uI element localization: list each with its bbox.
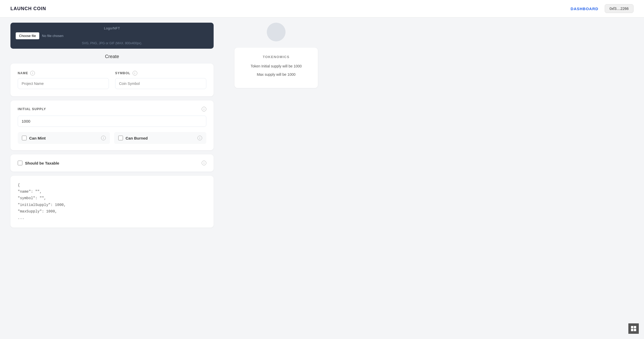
tokenomics-max-supply: Max supply will be 1000 [241, 72, 312, 77]
name-label-row: NAME i [18, 71, 109, 76]
name-label: NAME [18, 71, 28, 75]
supply-card: INITIAL SUPPLY i Can Mint i Can Burned [10, 101, 214, 150]
grid-cell-2 [634, 326, 636, 328]
can-mint-checkbox[interactable] [22, 136, 27, 140]
taxable-checkbox[interactable] [18, 161, 22, 165]
json-line-6: ... [18, 215, 206, 221]
symbol-input[interactable] [115, 78, 206, 89]
checkbox-row: Can Mint i Can Burned i [18, 132, 206, 144]
left-panel: Logo/NFT Choose file No file chosen SVG,… [0, 17, 224, 242]
avatar [267, 23, 286, 41]
symbol-label-row: SYMBOL i [115, 71, 206, 76]
can-mint-left: Can Mint [22, 136, 46, 140]
grid-cell-4 [634, 329, 636, 331]
json-line-1: { [18, 182, 206, 189]
main-container: Logo/NFT Choose file No file chosen SVG,… [0, 17, 644, 242]
symbol-label: SYMBOL [115, 71, 131, 75]
json-line-5: "maxSupply": 1000, [18, 208, 206, 215]
name-symbol-row: NAME i SYMBOL i [18, 71, 206, 89]
file-type-hint: SVG, PNG, JPG or GIF (MAX. 800x400px). [16, 41, 208, 45]
supply-header: INITIAL SUPPLY i [18, 107, 206, 111]
upload-section: Logo/NFT Choose file No file chosen SVG,… [10, 23, 214, 49]
name-info-icon[interactable]: i [30, 71, 35, 76]
taxable-card: Should be Taxable i [10, 154, 214, 172]
supply-info-icon[interactable]: i [202, 107, 206, 111]
tokenomics-initial-supply: Token Initial supply will be 1000 [241, 64, 312, 68]
name-symbol-card: NAME i SYMBOL i [10, 64, 214, 96]
supply-label: INITIAL SUPPLY [18, 107, 46, 111]
wallet-button[interactable]: 0xf3....2266 [605, 4, 634, 13]
right-panel: TOKENOMICS Token Initial supply will be … [224, 17, 328, 242]
dashboard-link[interactable]: DASHBOARD [571, 7, 598, 11]
can-mint-group: Can Mint i [18, 132, 110, 144]
choose-file-button[interactable]: Choose file [16, 32, 39, 39]
grid-cell-3 [631, 329, 633, 331]
taxable-label: Should be Taxable [25, 161, 59, 165]
can-burned-info-icon[interactable]: i [197, 136, 202, 140]
can-mint-info-icon[interactable]: i [101, 136, 106, 140]
grid-icon-button[interactable] [628, 323, 639, 334]
symbol-group: SYMBOL i [115, 71, 206, 89]
supply-input[interactable] [18, 116, 206, 127]
name-group: NAME i [18, 71, 109, 89]
app-title: LAUNCH COIN [10, 6, 46, 11]
header: LAUNCH COIN DASHBOARD 0xf3....2266 [0, 0, 644, 17]
json-preview: { "name": "", "symbol": "", "initialSupp… [10, 176, 214, 228]
can-burned-left: Can Burned [118, 136, 148, 140]
json-line-4: "initialSupply": 1000, [18, 202, 206, 208]
grid-icon [631, 326, 636, 331]
can-burned-group: Can Burned i [114, 132, 206, 144]
header-right: DASHBOARD 0xf3....2266 [571, 4, 634, 13]
name-input[interactable] [18, 78, 109, 89]
symbol-info-icon[interactable]: i [133, 71, 137, 76]
tokenomics-card: TOKENOMICS Token Initial supply will be … [234, 48, 318, 88]
taxable-row: Should be Taxable i [18, 161, 206, 165]
no-file-text: No file chosen [42, 34, 63, 38]
upload-label: Logo/NFT [16, 26, 208, 30]
file-input-row: Choose file No file chosen [16, 32, 208, 39]
create-title: Create [10, 54, 214, 59]
json-line-3: "symbol": "", [18, 195, 206, 202]
grid-cell-1 [631, 326, 633, 328]
can-burned-label: Can Burned [126, 136, 148, 140]
can-burned-checkbox[interactable] [118, 136, 123, 140]
taxable-left: Should be Taxable [18, 161, 59, 165]
json-line-2: "name": "", [18, 189, 206, 195]
taxable-info-icon[interactable]: i [202, 161, 206, 165]
tokenomics-title: TOKENOMICS [241, 55, 312, 59]
can-mint-label: Can Mint [29, 136, 46, 140]
